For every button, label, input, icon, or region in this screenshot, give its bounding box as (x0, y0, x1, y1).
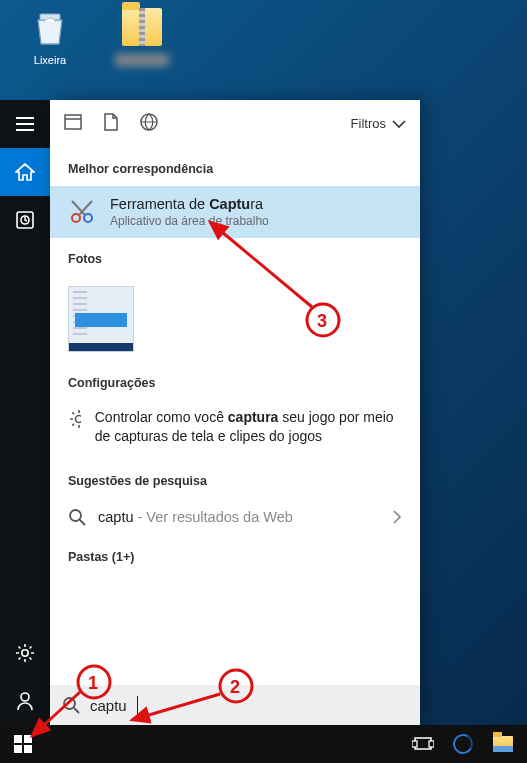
svg-point-8 (84, 214, 92, 222)
panel-top: Filtros (50, 100, 420, 148)
home-button[interactable] (0, 148, 50, 196)
best-match-label: Melhor correspondência (50, 148, 420, 186)
file-explorer-icon (493, 736, 513, 752)
recycle-bin[interactable]: Lixeira (18, 8, 82, 92)
result-photo[interactable] (50, 276, 420, 362)
svg-point-9 (76, 416, 81, 423)
rail-settings-button[interactable] (0, 629, 50, 677)
file-explorer-button[interactable] (483, 725, 523, 763)
globe-icon[interactable] (140, 113, 158, 135)
search-input-text: captu (90, 697, 127, 714)
task-view-button[interactable] (403, 725, 443, 763)
filters-label: Filtros (351, 116, 386, 131)
text-caret (137, 696, 138, 714)
folders-label: Pastas (1+) (50, 536, 420, 574)
svg-rect-12 (14, 735, 22, 743)
task-view-icon (412, 736, 434, 752)
setting-text: Controlar como você captura seu jogo por… (95, 408, 402, 446)
result-subtitle: Aplicativo da área de trabalho (110, 214, 269, 228)
zip-folder-icon (122, 8, 162, 48)
recycle-bin-label: Lixeira (18, 54, 82, 66)
gear-icon (15, 643, 35, 663)
zip-folder-label-blurred (115, 54, 169, 66)
chevron-down-icon (392, 119, 406, 129)
filters-button[interactable]: Filtros (351, 116, 406, 131)
recycle-bin-icon (30, 8, 70, 48)
gear-icon (68, 408, 81, 430)
svg-point-10 (70, 510, 81, 521)
svg-point-11 (64, 698, 75, 709)
chevron-right-icon (392, 510, 402, 524)
zip-folder[interactable] (110, 8, 174, 92)
svg-point-7 (72, 214, 80, 222)
document-icon[interactable] (104, 113, 118, 135)
svg-rect-13 (24, 735, 32, 743)
hamburger-icon (16, 117, 34, 131)
windows-icon (14, 735, 32, 753)
svg-point-4 (21, 693, 29, 701)
rail-account-button[interactable] (0, 677, 50, 725)
svg-rect-17 (412, 741, 417, 747)
result-snipping-tool[interactable]: Ferramenta de Captura Aplicativo da área… (50, 186, 420, 238)
result-setting-capture[interactable]: Controlar como você captura seu jogo por… (50, 400, 420, 460)
timeline-button[interactable] (0, 196, 50, 244)
result-title: Ferramenta de Captura (110, 196, 269, 212)
search-panel: Filtros Melhor correspondência Ferrament… (50, 100, 420, 725)
suggestions-label: Sugestões de pesquisa (50, 460, 420, 498)
search-bar[interactable]: captu (50, 685, 420, 725)
svg-rect-18 (429, 741, 434, 747)
result-web-suggestion[interactable]: captu - Ver resultados da Web (50, 498, 420, 536)
edge-icon (451, 732, 475, 756)
edge-button[interactable] (443, 725, 483, 763)
recent-icon[interactable] (64, 114, 82, 134)
taskbar (0, 725, 527, 763)
svg-rect-5 (65, 115, 81, 129)
desktop: Lixeira (0, 0, 527, 100)
svg-rect-15 (24, 745, 32, 753)
snipping-tool-icon (68, 198, 96, 226)
photo-thumbnail (68, 286, 134, 352)
svg-rect-14 (14, 745, 22, 753)
timeline-icon (16, 211, 34, 229)
search-icon (62, 696, 80, 714)
hamburger-button[interactable] (0, 100, 50, 148)
person-icon (16, 691, 34, 711)
suggestion-text: captu - Ver resultados da Web (98, 509, 293, 525)
svg-point-3 (22, 650, 28, 656)
search-rail (0, 100, 50, 725)
search-icon (68, 508, 86, 526)
photos-label: Fotos (50, 238, 420, 276)
start-button[interactable] (0, 725, 46, 763)
settings-label: Configurações (50, 362, 420, 400)
home-icon (15, 163, 35, 181)
results-area: Melhor correspondência Ferramenta de Cap… (50, 148, 420, 685)
